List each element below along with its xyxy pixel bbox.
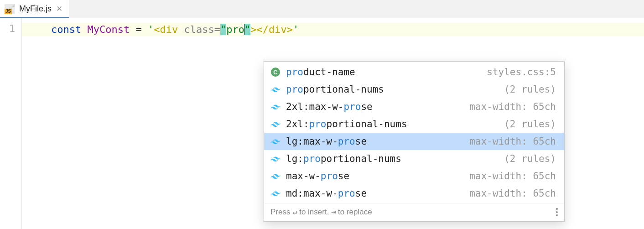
file-tab[interactable]: JS MyFile.js ✕: [0, 0, 69, 18]
hint-text: to replace: [336, 208, 372, 216]
code-area[interactable]: const MyConst = '<div class="pro"></div>…: [22, 18, 644, 229]
angle: <: [154, 24, 160, 35]
completion-item[interactable]: 2xl:max-w-prosemax-width: 65ch: [264, 98, 564, 115]
code-line-1[interactable]: const MyConst = '<div class="pro"></div>…: [22, 23, 644, 36]
brace-highlight: ": [244, 24, 250, 35]
line-number: 1: [0, 23, 15, 34]
tailwind-icon: [270, 102, 280, 112]
completion-item[interactable]: Cproduct-namestyles.css:5: [264, 63, 564, 81]
op-equals: =: [130, 24, 148, 35]
tab-filename: MyFile.js: [19, 4, 52, 14]
enter-key-icon: ↵: [292, 207, 297, 216]
completion-label: lg:proportional-nums: [286, 153, 499, 164]
completion-hint: max-width: 65ch: [469, 136, 556, 147]
completion-item[interactable]: lg:proportional-nums(2 rules): [264, 150, 564, 167]
tag: div: [160, 24, 178, 35]
tag: div: [269, 24, 287, 35]
completion-list: Cproduct-namestyles.css:5proportional-nu…: [264, 62, 564, 203]
completion-label: proportional-nums: [286, 84, 499, 95]
completion-hint: (2 rules): [504, 119, 556, 130]
angle: >: [250, 24, 256, 35]
tailwind-icon: [270, 119, 280, 129]
completion-label: md:max-w-prose: [286, 188, 464, 199]
keyword: const: [51, 24, 81, 35]
completion-hint: max-width: 65ch: [469, 101, 556, 112]
quote: ': [293, 24, 299, 35]
completion-popup: Cproduct-namestyles.css:5proportional-nu…: [264, 61, 565, 222]
identifier: MyConst: [87, 24, 130, 35]
js-file-icon: JS: [5, 4, 15, 14]
attr: class=: [184, 24, 220, 35]
space: [178, 24, 184, 35]
completion-item[interactable]: max-w-prosemax-width: 65ch: [264, 167, 564, 185]
angle: >: [287, 24, 293, 35]
completion-label: lg:max-w-prose: [286, 136, 464, 147]
completion-item[interactable]: proportional-nums(2 rules): [264, 81, 564, 98]
tab-key-icon: ⇥: [331, 207, 336, 216]
tailwind-icon: [270, 188, 280, 198]
completion-hint: max-width: 65ch: [469, 171, 556, 182]
hint-text: to insert,: [297, 208, 331, 216]
completion-item[interactable]: 2xl:proportional-nums(2 rules): [264, 115, 564, 133]
angle: </: [256, 24, 269, 35]
close-icon[interactable]: ✕: [56, 4, 62, 14]
completion-hint-bar: Press ↵ to insert, ⇥ to replace: [264, 203, 564, 221]
completion-hint: max-width: 65ch: [469, 188, 556, 199]
quote: ': [148, 24, 154, 35]
typed-text: pro: [226, 24, 244, 35]
brace-highlight: ": [220, 24, 226, 35]
completion-label: product-name: [286, 67, 481, 78]
hint-text: Press: [270, 208, 292, 216]
gutter: 1: [0, 18, 22, 229]
completion-label: 2xl:max-w-prose: [286, 101, 464, 112]
kebab-menu-icon[interactable]: [556, 208, 558, 216]
tailwind-icon: [270, 171, 280, 181]
editor: 1 const MyConst = '<div class="pro"></di…: [0, 18, 644, 229]
tailwind-icon: [270, 136, 280, 146]
tailwind-icon: [270, 84, 280, 94]
tab-bar: JS MyFile.js ✕: [0, 0, 644, 18]
completion-item[interactable]: md:max-w-prosemax-width: 65ch: [264, 185, 564, 202]
completion-label: max-w-prose: [286, 171, 464, 182]
css-class-icon: C: [270, 67, 280, 77]
completion-hint: (2 rules): [504, 84, 556, 95]
completion-label: 2xl:proportional-nums: [286, 119, 499, 130]
completion-item[interactable]: lg:max-w-prosemax-width: 65ch: [264, 133, 564, 150]
tailwind-icon: [270, 154, 280, 164]
completion-hint: styles.css:5: [487, 67, 556, 78]
completion-hint: (2 rules): [504, 153, 556, 164]
